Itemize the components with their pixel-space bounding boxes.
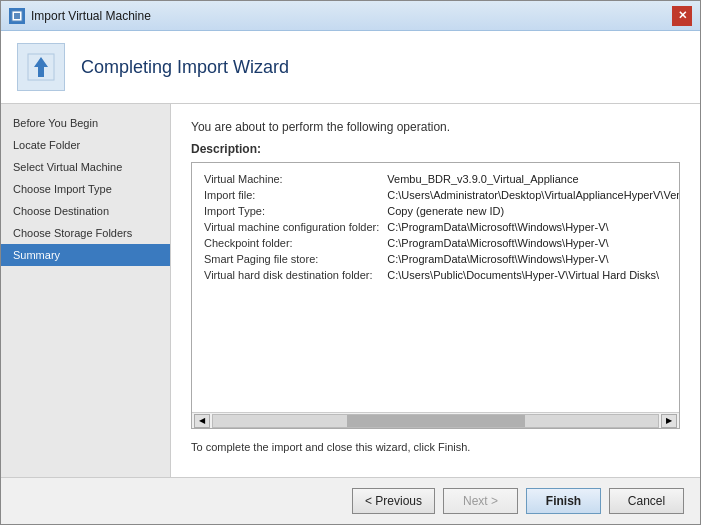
scroll-left-button[interactable]: ◀ — [194, 414, 210, 428]
row-key: Import file: — [200, 187, 383, 203]
row-value: C:\ProgramData\Microsoft\Windows\Hyper-V… — [383, 251, 679, 267]
table-row: Smart Paging file store:C:\ProgramData\M… — [200, 251, 679, 267]
wizard-header-icon — [17, 43, 65, 91]
title-bar-left: Import Virtual Machine — [9, 8, 151, 24]
table-row: Import file:C:\Users\Administrator\Deskt… — [200, 187, 679, 203]
description-box: Virtual Machine:Vembu_BDR_v3.9.0_Virtual… — [191, 162, 680, 429]
wizard-header: Completing Import Wizard — [1, 31, 700, 104]
table-row: Virtual machine configuration folder:C:\… — [200, 219, 679, 235]
sidebar-item-choose-import-type[interactable]: Choose Import Type — [1, 178, 170, 200]
sidebar-item-summary[interactable]: Summary — [1, 244, 170, 266]
sidebar-item-choose-destination[interactable]: Choose Destination — [1, 200, 170, 222]
main-area: Before You BeginLocate FolderSelect Virt… — [1, 104, 700, 477]
scroll-right-button[interactable]: ▶ — [661, 414, 677, 428]
svg-rect-1 — [14, 13, 20, 19]
cancel-button[interactable]: Cancel — [609, 488, 684, 514]
scroll-track[interactable] — [212, 414, 659, 428]
window-icon — [9, 8, 25, 24]
next-button[interactable]: Next > — [443, 488, 518, 514]
content-intro: You are about to perform the following o… — [191, 120, 680, 134]
scroll-thumb[interactable] — [347, 415, 525, 427]
row-key: Import Type: — [200, 203, 383, 219]
content-area: You are about to perform the following o… — [171, 104, 700, 477]
sidebar-item-before-you-begin[interactable]: Before You Begin — [1, 112, 170, 134]
title-bar: Import Virtual Machine ✕ — [1, 1, 700, 31]
button-row: < Previous Next > Finish Cancel — [1, 477, 700, 524]
desc-table: Virtual Machine:Vembu_BDR_v3.9.0_Virtual… — [200, 171, 679, 283]
row-value: C:\Users\Public\Documents\Hyper-V\Virtua… — [383, 267, 679, 283]
row-value: C:\ProgramData\Microsoft\Windows\Hyper-V… — [383, 219, 679, 235]
window-content: Completing Import Wizard Before You Begi… — [1, 31, 700, 524]
sidebar: Before You BeginLocate FolderSelect Virt… — [1, 104, 171, 477]
sidebar-item-select-virtual-machine[interactable]: Select Virtual Machine — [1, 156, 170, 178]
window-title: Import Virtual Machine — [31, 9, 151, 23]
row-value: Copy (generate new ID) — [383, 203, 679, 219]
table-row: Virtual Machine:Vembu_BDR_v3.9.0_Virtual… — [200, 171, 679, 187]
row-key: Virtual Machine: — [200, 171, 383, 187]
description-label: Description: — [191, 142, 680, 156]
table-row: Checkpoint folder:C:\ProgramData\Microso… — [200, 235, 679, 251]
table-row: Import Type:Copy (generate new ID) — [200, 203, 679, 219]
close-window-button[interactable]: ✕ — [672, 6, 692, 26]
description-inner[interactable]: Virtual Machine:Vembu_BDR_v3.9.0_Virtual… — [192, 163, 679, 412]
sidebar-item-choose-storage-folders[interactable]: Choose Storage Folders — [1, 222, 170, 244]
row-key: Virtual hard disk destination folder: — [200, 267, 383, 283]
previous-button[interactable]: < Previous — [352, 488, 435, 514]
row-value: Vembu_BDR_v3.9.0_Virtual_Appliance — [383, 171, 679, 187]
row-key: Virtual machine configuration folder: — [200, 219, 383, 235]
row-key: Smart Paging file store: — [200, 251, 383, 267]
import-virtual-machine-window: Import Virtual Machine ✕ Completing Impo… — [0, 0, 701, 525]
wizard-header-title: Completing Import Wizard — [81, 57, 289, 78]
footer-text: To complete the import and close this wi… — [191, 441, 680, 453]
finish-button[interactable]: Finish — [526, 488, 601, 514]
row-value: C:\ProgramData\Microsoft\Windows\Hyper-V… — [383, 235, 679, 251]
horizontal-scrollbar[interactable]: ◀ ▶ — [192, 412, 679, 428]
table-row: Virtual hard disk destination folder:C:\… — [200, 267, 679, 283]
row-key: Checkpoint folder: — [200, 235, 383, 251]
row-value: C:\Users\Administrator\Desktop\VirtualAp… — [383, 187, 679, 203]
sidebar-item-locate-folder[interactable]: Locate Folder — [1, 134, 170, 156]
